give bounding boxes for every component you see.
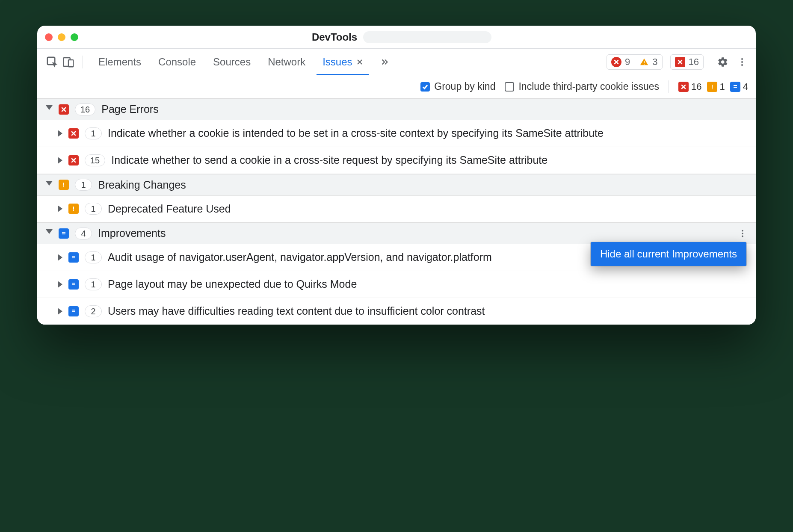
svg-point-5 <box>741 58 743 60</box>
group-count-pill: 1 <box>75 179 92 191</box>
warning-count-group[interactable]: 1 <box>707 81 725 92</box>
svg-rect-12 <box>63 183 64 186</box>
error-speech-icon <box>68 128 79 139</box>
group-title: Improvements <box>98 227 166 239</box>
svg-rect-16 <box>62 232 65 233</box>
settings-icon[interactable] <box>715 54 731 70</box>
window-subtitle-redacted <box>363 31 491 43</box>
warning-speech-icon <box>707 82 717 92</box>
device-toolbar-icon[interactable] <box>62 56 75 68</box>
svg-rect-17 <box>62 233 65 234</box>
group-more-options-icon[interactable] <box>735 226 750 241</box>
svg-point-20 <box>742 235 743 237</box>
checkbox-label: Group by kind <box>434 81 495 92</box>
tab-sources[interactable]: Sources <box>205 49 258 75</box>
svg-rect-25 <box>72 310 75 310</box>
info-speech-icon <box>68 252 79 263</box>
inspect-element-icon[interactable] <box>46 56 59 68</box>
warning-speech-icon <box>59 180 69 190</box>
svg-rect-21 <box>72 256 75 257</box>
group-header-page-errors[interactable]: 16 Page Errors <box>37 98 756 120</box>
tab-label: Issues <box>323 56 352 68</box>
warning-icon <box>639 57 649 67</box>
issue-count-pill: 15 <box>85 154 105 166</box>
devtools-window: DevTools Elements Cons <box>37 26 756 325</box>
group-header-breaking-changes[interactable]: 1 Breaking Changes <box>37 174 756 196</box>
include-third-party-toggle[interactable]: Include third-party cookie issues <box>505 81 659 92</box>
error-count-group[interactable]: 16 <box>678 81 701 92</box>
error-speech-icon <box>675 57 685 67</box>
issue-count-pill: 1 <box>85 127 102 139</box>
issue-row[interactable]: 1 Page layout may be unexpected due to Q… <box>37 271 756 298</box>
issue-row[interactable]: 1 Indicate whether a cookie is intended … <box>37 120 756 147</box>
chevron-right-icon <box>58 281 62 288</box>
info-speech-icon <box>68 279 79 290</box>
zoom-window-button[interactable] <box>71 33 78 41</box>
tab-elements[interactable]: Elements <box>91 49 149 75</box>
chevron-down-icon <box>46 105 53 113</box>
tab-network[interactable]: Network <box>260 49 313 75</box>
tab-console[interactable]: Console <box>151 49 204 75</box>
chevron-right-icon <box>58 308 62 315</box>
svg-rect-2 <box>68 60 73 67</box>
tab-label: Network <box>268 56 305 68</box>
checkbox-unchecked-icon <box>505 82 514 92</box>
info-count-group[interactable]: 4 <box>730 81 748 92</box>
group-header-improvements[interactable]: 4 Improvements <box>37 222 756 244</box>
chevron-down-icon <box>46 229 53 237</box>
group-title: Breaking Changes <box>98 179 186 191</box>
more-tabs-button[interactable] <box>372 49 397 75</box>
svg-rect-3 <box>644 61 645 63</box>
issue-count-pill: 1 <box>85 203 102 215</box>
issues-status-chip[interactable]: 16 <box>670 54 704 70</box>
issue-count-pill: 1 <box>85 278 102 290</box>
svg-point-6 <box>741 61 743 63</box>
more-options-icon[interactable] <box>734 54 750 70</box>
separator <box>669 80 669 93</box>
tab-issues[interactable]: Issues <box>315 49 370 75</box>
issue-count-pill: 2 <box>85 305 102 317</box>
svg-rect-13 <box>63 186 64 187</box>
checkbox-checked-icon <box>420 82 430 92</box>
error-icon <box>611 57 621 67</box>
issue-title: Indicate whether to send a cookie in a c… <box>111 153 747 168</box>
chevron-right-icon <box>58 205 62 212</box>
tab-label: Console <box>158 56 196 68</box>
svg-rect-4 <box>644 64 645 65</box>
info-speech-icon <box>59 228 69 239</box>
close-tab-icon[interactable] <box>357 59 363 65</box>
svg-rect-9 <box>712 88 713 89</box>
error-count: 9 <box>625 56 630 68</box>
issues-filter-bar: Group by kind Include third-party cookie… <box>37 75 756 98</box>
error-speech-icon <box>678 82 689 92</box>
tab-label: Elements <box>98 56 141 68</box>
group-count-pill: 4 <box>75 228 92 239</box>
svg-point-18 <box>742 230 743 232</box>
issue-count-pill: 1 <box>85 251 102 263</box>
chevron-right-icon <box>58 254 62 261</box>
console-status-chip[interactable]: 9 3 <box>607 54 663 70</box>
group-by-kind-toggle[interactable]: Group by kind <box>420 81 495 92</box>
toolbar-separator <box>83 56 83 68</box>
count-value: 16 <box>691 81 701 92</box>
issue-row[interactable]: 2 Users may have difficulties reading te… <box>37 298 756 325</box>
issue-kind-counts: 16 1 4 <box>678 81 748 92</box>
minimize-window-button[interactable] <box>58 33 65 41</box>
chevron-right-icon <box>58 130 62 137</box>
issue-title: Page layout may be unexpected due to Qui… <box>108 277 747 292</box>
context-menu-hide-improvements[interactable]: Hide all current Improvements <box>591 242 746 266</box>
svg-rect-11 <box>734 87 737 88</box>
issue-title: Users may have difficulties reading text… <box>108 304 747 319</box>
panel-tabs: Elements Console Sources Network Issues <box>91 49 397 75</box>
svg-rect-8 <box>712 85 713 88</box>
group-count-pill: 16 <box>75 103 95 115</box>
issue-row[interactable]: 1 Deprecated Feature Used <box>37 196 756 223</box>
issue-row[interactable]: 15 Indicate whether to send a cookie in … <box>37 147 756 174</box>
title-bar: DevTools <box>37 26 756 49</box>
info-speech-icon <box>730 82 740 92</box>
warning-count: 3 <box>652 56 657 68</box>
window-controls <box>45 33 78 41</box>
close-window-button[interactable] <box>45 33 53 41</box>
svg-rect-22 <box>72 257 75 258</box>
svg-point-7 <box>741 64 743 66</box>
